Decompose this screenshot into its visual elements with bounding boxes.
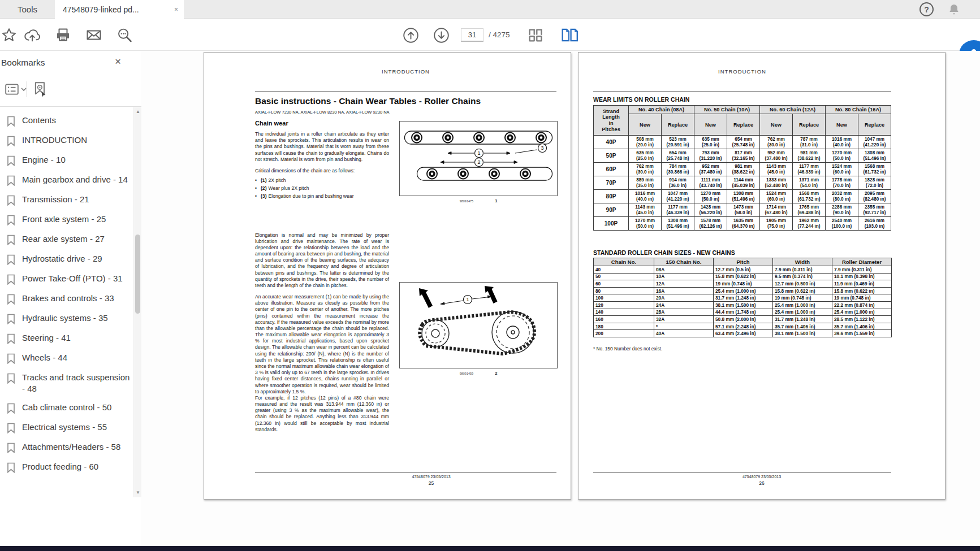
bookmark-item[interactable]: Front axle system - 25	[0, 210, 133, 229]
table-cell: 1143 mm (45.0 in)	[760, 163, 793, 176]
search-button[interactable]	[116, 27, 133, 43]
table-cell: 19 mm (0.748 in)	[773, 294, 832, 302]
email-button[interactable]	[85, 27, 102, 43]
bookmarks-close-icon[interactable]: ×	[115, 55, 121, 68]
bullet-text: Elongation due to pin and bushing wear	[269, 193, 354, 199]
scroll-up-arrow[interactable]: ▲	[134, 108, 142, 116]
bookmark-item[interactable]: Cab climate control - 50	[0, 398, 133, 418]
scroll-down-arrow[interactable]: ▼	[134, 489, 142, 497]
table-header-cell: 150 Chain No.	[654, 258, 714, 266]
document-viewer[interactable]: INTRODUCTION Basic instructions - Chain …	[141, 51, 980, 546]
two-page-view-button[interactable]	[561, 27, 579, 43]
bookmark-item[interactable]: Tracks and track suspension - 48	[0, 368, 133, 398]
table-cell: 39.6 mm (1.559 in)	[832, 330, 892, 337]
previous-page-button[interactable]	[403, 27, 419, 44]
bookmark-item[interactable]: Power Take-Off (PTO) - 31	[0, 269, 133, 289]
bookmark-item[interactable]: Transmission - 21	[0, 190, 133, 210]
arrow-down-circle-icon	[433, 27, 450, 44]
bookmark-item[interactable]: Product feeding - 60	[0, 457, 133, 477]
table-cell: 120	[594, 301, 654, 309]
bookmark-item-label: Hydrostatic drive - 29	[22, 253, 102, 264]
bullet-item: •(3)Elongation due to pin and bushing we…	[255, 193, 389, 199]
table-cell: 914 mm (36.0 in)	[662, 176, 694, 190]
table-cell: 787 mm (31.0 in)	[793, 136, 826, 149]
table-header-cell: Replace	[858, 114, 891, 136]
section-title: Basic instructions - Chain Wear Tables -…	[255, 96, 556, 106]
bookmark-item[interactable]: Electrical systems - 55	[0, 418, 133, 437]
help-button[interactable]: ?	[919, 2, 935, 18]
table-cell: 60P	[594, 163, 629, 176]
bookmark-item[interactable]: Rear axle system - 27	[0, 229, 133, 249]
table-cell: 793 mm (31.220 in)	[694, 149, 727, 163]
bookmarks-list: ContentsINTRODUCTIONEngine - 10Main gear…	[0, 111, 133, 546]
bullet-number: (1)	[261, 177, 267, 184]
scrollbar-thumb[interactable]	[135, 235, 140, 314]
table-cell: 2355 mm (92.717 in)	[858, 203, 891, 217]
table-cell: 1524 mm (60.0 in)	[826, 163, 858, 176]
footer-doc-id: 47548079 23/05/2013	[204, 475, 623, 479]
table-cell: 2616 mm (103.0 in)	[858, 217, 891, 231]
table-cell: 1047 mm (41.220 in)	[858, 136, 891, 149]
next-page-button[interactable]	[433, 27, 450, 44]
bullet-number: (2)	[261, 185, 267, 192]
bookmark-settings-icon	[32, 81, 48, 97]
bookmark-item[interactable]: Steering - 41	[0, 328, 133, 348]
thumbnails-view-button[interactable]	[527, 27, 544, 44]
tab-document-label: 47548079-linked pd...	[63, 5, 171, 14]
table-cell: 80	[594, 287, 654, 294]
table-cell: 7.9 mm (0.311 in)	[773, 266, 832, 274]
tab-close-icon[interactable]: ×	[174, 6, 178, 14]
table-cell: 50P	[594, 149, 629, 163]
table-cell: 1524 mm (60.0 in)	[760, 190, 793, 203]
upload-button[interactable]	[24, 27, 41, 43]
tab-document[interactable]: 47548079-linked pd... ×	[55, 0, 184, 19]
favorite-button[interactable]	[1, 27, 17, 43]
arrow-up-circle-icon	[403, 27, 419, 44]
bookmark-item-label: Power Take-Off (PTO) - 31	[22, 273, 123, 284]
bookmark-item[interactable]: Hydraulic systems - 35	[0, 309, 133, 328]
page-number-input[interactable]: 31	[461, 28, 483, 42]
table-cell: 25.4 mm (1.000 in)	[773, 301, 832, 309]
table-cell: 25.4 mm (1.000 in)	[714, 287, 773, 294]
bookmark-icon	[7, 423, 15, 433]
table-footnote: * No. 150 Number does not exist.	[593, 346, 662, 352]
bookmark-item[interactable]: Contents	[0, 111, 133, 131]
chevron-down-icon	[21, 87, 27, 92]
bookmark-item[interactable]: INTRODUCTION	[0, 131, 133, 150]
bookmark-item[interactable]: Engine - 10	[0, 150, 133, 170]
footer-doc-id: 47548079 23/05/2013	[578, 475, 945, 479]
table-header-cell: No. 50 Chain (10A)	[694, 106, 760, 114]
paragraph: Elongation is normal and may be minimize…	[255, 232, 389, 289]
print-button[interactable]	[55, 27, 71, 43]
bookmark-icon	[7, 195, 15, 206]
bookmark-item[interactable]: Main gearbox and drive - 14	[0, 170, 133, 190]
table-cell: 1111 mm (43.740 in)	[694, 176, 727, 190]
table-cell: 40P	[594, 136, 629, 149]
bookmark-item[interactable]: Hydrostatic drive - 29	[0, 249, 133, 269]
table-cell: 2095 mm (82.480 in)	[858, 190, 891, 203]
footer-rule	[255, 472, 556, 472]
bookmark-list-options-button[interactable]	[5, 83, 27, 96]
bullet-text: 2X pitch	[269, 177, 286, 184]
pdf-page-26: INTRODUCTION WEAR LIMITS ON ROLLER CHAIN…	[578, 52, 946, 500]
paragraph: For example, if 12 pitches (12 pins) of …	[255, 395, 389, 433]
envelope-icon	[85, 27, 102, 43]
bookmark-item[interactable]: Attachments/Headers - 58	[0, 437, 133, 457]
table-cell: 762 mm (30.0 in)	[760, 136, 793, 149]
bookmark-item[interactable]: Wheels - 44	[0, 348, 133, 368]
bookmarks-scrollbar[interactable]: ▲ ▼	[133, 107, 141, 497]
paragraph: An accurate wear measurement (1) can be …	[255, 294, 389, 395]
bookmark-settings-button[interactable]	[32, 81, 48, 97]
table-cell: 50.8 mm (2.000 in)	[714, 316, 773, 323]
table-cell: 2540 mm (100.0 in)	[826, 217, 858, 231]
table-cell: 1333 mm (52.480 in)	[760, 176, 793, 190]
bookmark-item[interactable]: Brakes and controls - 33	[0, 289, 133, 309]
bell-icon	[947, 3, 961, 16]
table-cell: 19 mm (0.748 in)	[832, 294, 892, 302]
table-cell: 654 mm (25.748 in)	[727, 136, 760, 149]
paragraph: Critical dimensions of the chain are as …	[255, 168, 389, 174]
tab-tools[interactable]: Tools	[0, 0, 55, 19]
bookmark-icon	[7, 353, 15, 364]
table-cell: 10A	[654, 273, 714, 280]
notifications-button[interactable]	[947, 3, 961, 16]
